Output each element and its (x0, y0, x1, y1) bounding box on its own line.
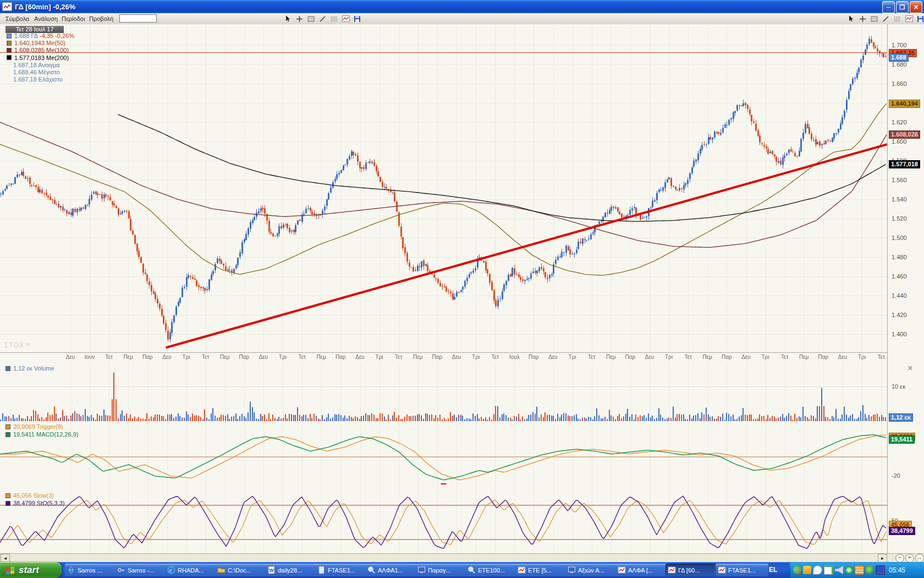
svg-text:e: e (169, 567, 172, 573)
window-titlebar[interactable]: ΓΔ [60min] -0,26% ─ ❐ ✕ (0, 0, 924, 13)
app-chart-icon (2, 2, 12, 11)
tray-network-icon[interactable] (876, 565, 885, 575)
trigger-legend-marker (6, 424, 10, 429)
tray-liveupdate-icon[interactable] (845, 566, 853, 574)
taskbar-task-6[interactable]: FTASE1... (315, 564, 368, 576)
chart-window-icon[interactable] (341, 14, 350, 23)
window-title: ΓΔ [60min] -0,26% (15, 3, 75, 11)
taskbar-task-3[interactable]: eRHADA... (165, 564, 218, 576)
scroll-left-button[interactable]: ◄ (1, 554, 10, 563)
macd-chart-canvas[interactable] (0, 423, 887, 492)
pointer-icon[interactable] (283, 14, 293, 23)
taskbar-task-12[interactable]: ΑΛΦΑ [... (615, 564, 668, 576)
volume-legend-marker (6, 366, 10, 371)
taskbar-task-7[interactable]: ΑΛΦΑ1... (365, 564, 418, 576)
taskbar-task-4[interactable]: C:\Doc... (215, 564, 268, 576)
date-axis-label: Δευ (548, 354, 558, 360)
volume-last-tag: 1,12 εκ (889, 413, 913, 422)
taskbar-task-10[interactable]: ΕΤΕ [5... (515, 564, 568, 576)
start-button[interactable]: start (0, 562, 62, 578)
sto-legend-marker (6, 501, 10, 506)
save-icon[interactable] (916, 14, 924, 23)
taskbar-task-2[interactable]: Sarros -... (115, 564, 168, 576)
separator (0, 352, 888, 353)
system-tray: 05:45 (789, 562, 924, 578)
taskbar-task-1[interactable]: Sarros ... (65, 564, 118, 576)
taskbar-task-8[interactable]: Παραγ... (415, 564, 468, 576)
save-icon[interactable] (353, 14, 362, 23)
minimize-button[interactable]: ─ (882, 1, 895, 13)
pointer-icon[interactable] (846, 14, 856, 23)
price-axis-tick: 1.560 (892, 177, 907, 183)
date-axis-label: Δευ (162, 354, 172, 360)
dotted-grid-icon[interactable] (329, 14, 339, 23)
taskbar-task-5[interactable]: Wdaily28... (265, 564, 318, 576)
trendline-tool-icon[interactable] (881, 14, 890, 23)
stoch-sto-legend: 38,4799 StO(5,3,3) (6, 500, 65, 506)
date-axis-label: Πεμ (799, 354, 809, 360)
selection-box-icon[interactable] (870, 14, 879, 23)
horizontal-scrollbar[interactable] (0, 553, 924, 563)
menu-item-1[interactable]: Σύμβολα (3, 15, 31, 23)
zoom-out-button[interactable]: − (895, 554, 904, 563)
date-axis-label: Τρι (569, 354, 576, 360)
price-axis-tick: 1.500 (892, 235, 907, 241)
price-chart-canvas[interactable] (0, 24, 887, 352)
menu-item-4[interactable]: Προβολή (87, 15, 116, 23)
dotted-grid-icon[interactable] (893, 14, 902, 23)
taskbar-task-11[interactable]: Αξιών Α... (565, 564, 618, 576)
date-axis-label: Τετ (781, 354, 788, 360)
price-axis-tick: 1.480 (892, 254, 907, 260)
tray-msn-icon[interactable] (793, 566, 801, 574)
crosshair-icon[interactable] (858, 14, 867, 23)
globe-icon (67, 566, 75, 574)
symbol-input[interactable] (119, 14, 157, 23)
tray-app-icon[interactable] (855, 565, 864, 575)
price-axis-tick: 1.600 (892, 138, 907, 145)
crosshair-icon[interactable] (295, 14, 304, 23)
key-icon (117, 566, 125, 574)
legend-text: 1.577,0183 Me(200) (14, 54, 69, 61)
tray-volume-icon[interactable] (835, 566, 843, 574)
zoom-fit-button[interactable]: ↔ (915, 554, 924, 563)
restore-button[interactable]: ❐ (896, 1, 909, 13)
taskbar-task-14[interactable]: FTASE1... (716, 564, 768, 576)
trendline-tool-icon[interactable] (318, 14, 327, 23)
zoom-in-button[interactable]: + (905, 554, 914, 563)
monitor-icon (568, 566, 576, 574)
scroll-right-button[interactable]: ► (878, 554, 887, 563)
date-axis-label: Δευ (355, 354, 365, 360)
date-axis-label: Τετ (105, 354, 112, 360)
task-label: Sarros ... (78, 567, 102, 574)
selection-box-icon[interactable] (306, 14, 316, 23)
date-axis-label: Πεμ (413, 354, 422, 360)
price-axis-tick: 1.540 (892, 196, 907, 203)
tray-updater-icon[interactable] (824, 565, 833, 575)
magnifier-icon (468, 566, 476, 574)
tray-messenger-icon[interactable] (813, 565, 822, 575)
tray-alert-shield-icon[interactable] (803, 566, 811, 574)
price-axis-tick: 1.680 (892, 61, 907, 68)
menu-item-2[interactable]: Ανάλυση (32, 15, 60, 23)
macd-trigger-legend: 20,9069 Trigger(9) (6, 423, 63, 430)
volume-pane-close-icon[interactable]: ✕ (908, 364, 913, 372)
chart-icon (618, 566, 626, 574)
close-button[interactable]: ✕ (910, 1, 922, 13)
chart-window-icon[interactable] (904, 14, 914, 23)
volume-chart-canvas[interactable] (0, 362, 887, 423)
macd-last-tag: 19,5411 (889, 435, 915, 444)
stochastic-chart-canvas[interactable] (0, 492, 887, 553)
language-indicator[interactable]: EL (769, 566, 777, 574)
task-label: daily28... (278, 567, 302, 574)
macd-axis-label: -20 (892, 472, 900, 479)
menu-item-3[interactable]: Περίοδοι (59, 15, 87, 23)
taskbar-clock: 05:45 (889, 566, 905, 574)
date-axis-label: Πεμ (703, 354, 712, 360)
task-label: RHADA... (178, 567, 204, 574)
taskbar-task-13[interactable]: ΓΔ [60... (666, 564, 718, 576)
legend-text: 1.640,1943 Me(50) (14, 40, 65, 46)
date-axis-label: Τρι (472, 354, 480, 360)
taskbar-task-9[interactable]: ΕΤΕ100... (465, 564, 518, 576)
ie-icon: e (167, 566, 175, 574)
tray-antivirus-icon[interactable] (866, 566, 874, 574)
